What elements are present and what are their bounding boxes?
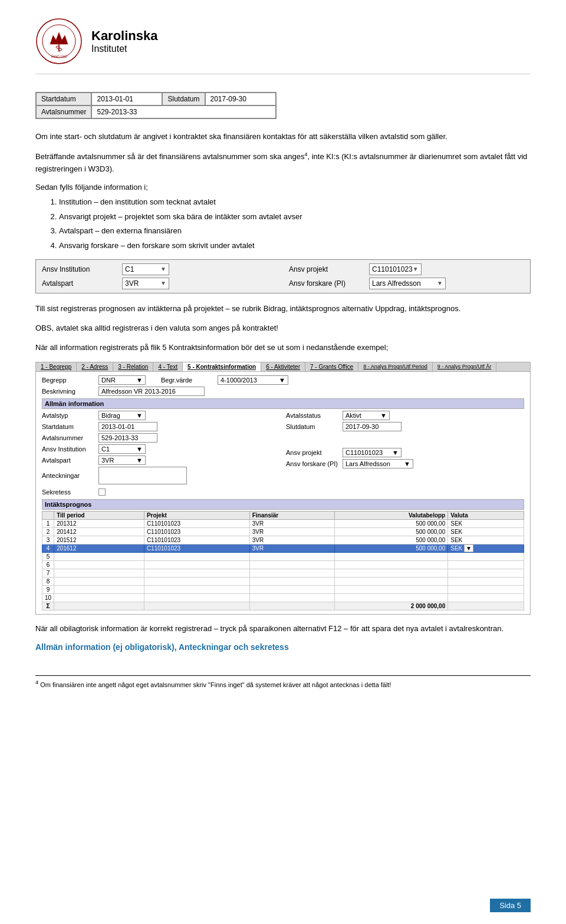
begrepp-field[interactable]: DNR▼ (98, 375, 146, 385)
income-sum-row: Σ 2 000 000,00 (42, 602, 524, 610)
inner-ansv-forskare-label: Ansv forskare (PI) (286, 460, 339, 467)
avtalsstatus-field[interactable]: Aktivt▼ (343, 411, 390, 420)
ansv-forskare-field[interactable]: Lars Alfredsson ▼ (369, 278, 446, 289)
sum-empty-3 (249, 602, 334, 610)
tab-6-aktiviteter[interactable]: 6 - Aktiviteter (261, 362, 305, 371)
inner-startdatum-row: Startdatum 2013-01-01 (42, 422, 280, 431)
page-number: Sida 5 (490, 899, 531, 912)
tab-7-grants[interactable]: 7 - Grants Office (305, 362, 358, 371)
inner-ansv-forskare-field[interactable]: Lars Alfredsson▼ (343, 459, 413, 468)
ki-logo-icon: ANNO 1810 (35, 18, 83, 65)
row-valuta (448, 561, 524, 569)
row-num: 6 (42, 561, 54, 569)
row-projekt: C110101023 (144, 528, 249, 536)
start-form-box: Startdatum 2013-01-01 Slutdatum 2017-09-… (35, 92, 277, 119)
inner-ansv-projekt-field[interactable]: C110101023▼ (343, 448, 402, 457)
row-projekt (144, 561, 249, 569)
row-num: 1 (42, 520, 54, 528)
row-period (54, 586, 144, 594)
fields-panel: Ansv Institution C1 ▼ Ansv projekt C1101… (35, 259, 531, 293)
income-header: Intäktsprognos (42, 499, 524, 510)
ansv-institution-dropdown-icon: ▼ (160, 266, 166, 272)
income-table-row: 7 (42, 569, 524, 578)
inner-avtalspart-field[interactable]: 3VR▼ (98, 456, 146, 465)
col-valuta: Valuta (448, 512, 524, 520)
row-period (54, 553, 144, 561)
row-belopp (335, 594, 448, 602)
inner-slutdatum-row: Slutdatum 2017-09-30 (286, 422, 524, 431)
ansv-projekt-field[interactable]: C110101023 ▼ (369, 263, 422, 275)
inner-slutdatum-field[interactable]: 2017-09-30 (343, 422, 402, 431)
row-belopp: 500 000,00 (335, 536, 448, 544)
list-item-2: Ansvarigt projekt – projektet som ska bä… (59, 211, 531, 223)
col-belopp: Valutabelopp (335, 512, 448, 520)
tab-5-kontraktsinformation[interactable]: 5 - Kontraktsinformation (183, 362, 261, 371)
paragraph-2: Beträffande avtalsnummer så är det finan… (35, 150, 531, 176)
begr-varde-label: Begr.värde (161, 377, 214, 384)
row-projekt (144, 553, 249, 561)
beskrivning-field[interactable]: Alfredsson VR 2013-2016 (98, 387, 205, 396)
inner-startdatum-label: Startdatum (42, 423, 95, 430)
institution-name: Karolinska Institutet (91, 28, 158, 54)
row-valuta: SEK (448, 536, 524, 544)
row-period (54, 578, 144, 586)
row-valuta (448, 594, 524, 602)
row-projekt (144, 586, 249, 594)
sum-empty-1 (54, 602, 144, 610)
income-table-row: 5 (42, 553, 524, 561)
sum-empty-4 (448, 602, 524, 610)
section-intro: Sedan fylls följande information i; (35, 183, 531, 192)
row-num: 4 (42, 544, 54, 553)
inner-anteckningar-field[interactable] (98, 467, 187, 484)
startdatum-label: Startdatum (36, 93, 91, 105)
inner-startdatum-field[interactable]: 2013-01-01 (98, 422, 157, 431)
row-num: 2 (42, 528, 54, 536)
instruction-list: Institution – den institution som teckna… (59, 196, 531, 252)
inner-avtalspart-row: Avtalspart 3VR▼ (42, 456, 280, 465)
avtalsstyp-field[interactable]: Bidrag▼ (98, 411, 146, 420)
row-period (54, 569, 144, 578)
avtalspart-field[interactable]: 3VR ▼ (122, 278, 169, 289)
svg-text:ANNO 1810: ANNO 1810 (51, 55, 67, 58)
tab-3-relation[interactable]: 3 - Relation (113, 362, 153, 371)
row-projekt: C110101023 (144, 544, 249, 553)
tab-2-adress[interactable]: 2 - Adress (77, 362, 113, 371)
inner-avtalsnummer-field[interactable]: 529-2013-33 (98, 433, 157, 443)
row-finansiar: 3VR (249, 536, 334, 544)
sekretess-checkbox[interactable] (98, 489, 106, 496)
row-projekt (144, 594, 249, 602)
income-table-row: 1 201312 C110101023 3VR 500 000,00 SEK (42, 520, 524, 528)
row-belopp: 500 000,00 (335, 528, 448, 536)
list-item-1: Institution – den institution som teckna… (59, 196, 531, 209)
row-period: 201412 (54, 528, 144, 536)
tab-4-text[interactable]: 4 - Text (153, 362, 183, 371)
tab-9-analys-ar[interactable]: 9 - Analys Progn/Utf År (433, 362, 497, 371)
avtalsstyp-row: Avtalstyp Bidrag▼ (42, 411, 280, 420)
row-finansiar (249, 586, 334, 594)
row-finansiar (249, 561, 334, 569)
inner-ansv-inst-row: Ansv Institution C1▼ (42, 444, 280, 454)
row-belopp: 500 000,00 (335, 544, 448, 553)
ansv-forskare-dropdown-icon: ▼ (437, 280, 443, 286)
tab-1-begrepp[interactable]: 1 - Begrepp (36, 362, 77, 371)
beskrivning-row: Beskrivning Alfredsson VR 2013-2016 (42, 387, 524, 396)
paragraph-3: Till sist registreras prognosen av intäk… (35, 303, 531, 315)
inner-ansv-inst-field[interactable]: C1▼ (98, 444, 146, 454)
blue-heading: Allmän information (ej obligatorisk), An… (35, 642, 531, 652)
income-table-row: 3 201512 C110101023 3VR 500 000,00 SEK (42, 536, 524, 544)
ansv-institution-field[interactable]: C1 ▼ (122, 263, 169, 275)
row-finansiar: 3VR (249, 544, 334, 553)
avtalspart-label: Avtalspart (42, 279, 119, 288)
slutdatum-value: 2017-09-30 (205, 93, 276, 105)
ansv-projekt-label: Ansv projekt (289, 265, 366, 273)
paragraph-1: Om inte start- och slutdatum är angivet … (35, 131, 531, 143)
allman-info-grid: Avtalstyp Bidrag▼ Startdatum 2013-01-01 … (42, 411, 524, 486)
row-belopp (335, 569, 448, 578)
row-num: 9 (42, 586, 54, 594)
row-projekt (144, 569, 249, 578)
sekretess-row: Sekretess (42, 489, 524, 496)
avtalsstatus-label: Avtalsstatus (286, 412, 339, 419)
row-valuta: SEK ▼ (448, 544, 524, 553)
begr-varde-field[interactable]: 4-1000/2013▼ (218, 375, 288, 385)
tab-8-analys-period[interactable]: 8 - Analys Progn/Utf Period (358, 362, 433, 371)
